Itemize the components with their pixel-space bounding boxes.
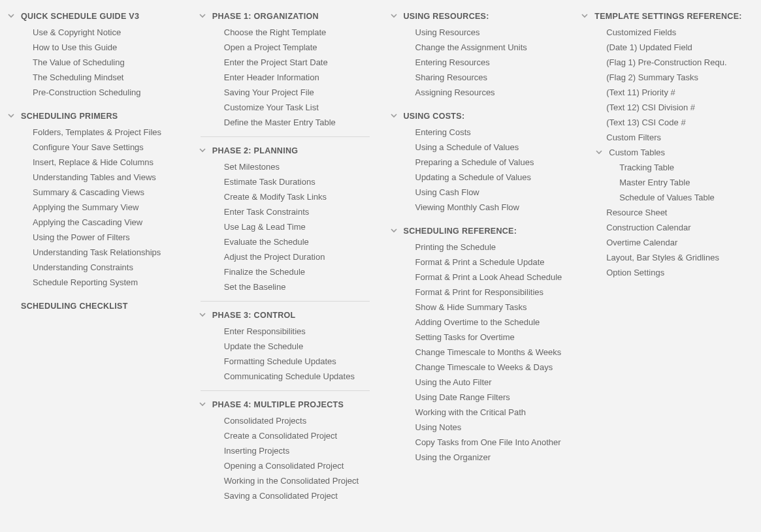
section-header[interactable]: PHASE 1: ORGANIZATION <box>195 8 375 25</box>
section-header[interactable]: SCHEDULING PRIMERS <box>4 108 184 125</box>
list-item[interactable]: Format & Print a Schedule Update <box>387 255 566 270</box>
list-item[interactable]: Overtime Calendar <box>577 235 757 250</box>
list-subitem[interactable]: Schedule of Values Table <box>577 190 757 205</box>
list-item[interactable]: Set the Baseline <box>195 279 375 294</box>
list-item[interactable]: Copy Tasks from One File Into Another <box>387 435 566 450</box>
list-item[interactable]: Change the Assignment Units <box>387 40 566 55</box>
list-item[interactable]: Update the Schedule <box>195 339 375 354</box>
list-item[interactable]: Understanding Tables and Views <box>4 170 184 185</box>
list-item[interactable]: Use Lag & Lead Time <box>195 219 375 234</box>
list-subitem[interactable]: Master Entry Table <box>577 175 757 190</box>
list-item[interactable]: The Scheduling Mindset <box>4 70 184 85</box>
list-item[interactable]: Custom Tables <box>577 145 757 160</box>
list-item[interactable]: Set Milestones <box>195 159 375 174</box>
list-item[interactable]: Understanding Constraints <box>4 260 184 275</box>
section-header[interactable]: SCHEDULING CHECKLIST <box>4 298 184 315</box>
list-item[interactable]: Change Timescale to Months & Weeks <box>387 345 566 360</box>
list-item[interactable]: Using Cash Flow <box>387 185 566 200</box>
list-item[interactable]: Custom Filters <box>577 130 757 145</box>
section-header[interactable]: USING COSTS: <box>387 108 566 125</box>
list-item[interactable]: The Value of Scheduling <box>4 55 184 70</box>
list-item[interactable]: Entering Resources <box>387 55 566 70</box>
list-item[interactable]: Enter the Project Start Date <box>195 55 375 70</box>
list-item[interactable]: Configure Your Save Settings <box>4 140 184 155</box>
list-item[interactable]: Communicating Schedule Updates <box>195 369 375 384</box>
list-item[interactable]: Using Notes <box>387 420 566 435</box>
list-item[interactable]: Saving Your Project File <box>195 85 375 100</box>
list-item[interactable]: Using a Schedule of Values <box>387 140 566 155</box>
list-item[interactable]: Using Date Range Filters <box>387 390 566 405</box>
list-item[interactable]: Evaluate the Schedule <box>195 234 375 249</box>
list-item[interactable]: Viewing Monthly Cash Flow <box>387 200 566 215</box>
list-item[interactable]: Using the Auto Filter <box>387 375 566 390</box>
list-item[interactable]: Using the Organizer <box>387 450 566 465</box>
list-item[interactable]: Enter Task Constraints <box>195 204 375 219</box>
list-item[interactable]: Using the Power of Filters <box>4 230 184 245</box>
list-item[interactable]: Construction Calendar <box>577 220 757 235</box>
list-item[interactable]: Summary & Cascading Views <box>4 185 184 200</box>
list-item[interactable]: (Date 1) Updated Field <box>577 40 757 55</box>
list-item[interactable]: Enter Header Information <box>195 70 375 85</box>
list-item[interactable]: Adjust the Project Duration <box>195 249 375 264</box>
list-item[interactable]: (Text 11) Priority # <box>577 85 757 100</box>
list-item[interactable]: Insert, Replace & Hide Columns <box>4 155 184 170</box>
list-item[interactable]: Show & Hide Summary Tasks <box>387 300 566 315</box>
section-header[interactable]: PHASE 2: PLANNING <box>195 142 375 159</box>
list-item[interactable]: Printing the Schedule <box>387 240 566 255</box>
list-item[interactable]: Format & Print a Look Ahead Schedule <box>387 270 566 285</box>
list-item[interactable]: Schedule Reporting System <box>4 275 184 290</box>
list-item[interactable]: Sharing Resources <box>387 70 566 85</box>
list-item[interactable]: How to Use this Guide <box>4 40 184 55</box>
list-item[interactable]: Understanding Task Relationships <box>4 245 184 260</box>
list-item[interactable]: Define the Master Entry Table <box>195 115 375 130</box>
list-item[interactable]: Create a Consolidated Project <box>195 428 375 443</box>
list-item[interactable]: Enter Responsibilities <box>195 324 375 339</box>
list-item[interactable]: Format & Print for Responsibilities <box>387 285 566 300</box>
list-item[interactable]: (Text 13) CSI Code # <box>577 115 757 130</box>
list-item[interactable]: Saving a Consolidated Project <box>195 488 375 503</box>
list-item[interactable]: Working with the Critical Path <box>387 405 566 420</box>
list-item[interactable]: Assigning Resources <box>387 85 566 100</box>
section-header[interactable]: TEMPLATE SETTINGS REFERENCE: <box>577 8 757 25</box>
list-item[interactable]: (Text 12) CSI Division # <box>577 100 757 115</box>
list-item[interactable]: Formatting Schedule Updates <box>195 354 375 369</box>
list-item[interactable]: Opening a Consolidated Project <box>195 458 375 473</box>
list-item[interactable]: Adding Overtime to the Schedule <box>387 315 566 330</box>
list-item[interactable]: Preparing a Schedule of Values <box>387 155 566 170</box>
chevron-down-icon <box>198 147 207 155</box>
list-item-label: Sharing Resources <box>415 72 488 82</box>
list-item[interactable]: Customized Fields <box>577 25 757 40</box>
list-item[interactable]: Entering Costs <box>387 125 566 140</box>
list-item[interactable]: Setting Tasks for Overtime <box>387 330 566 345</box>
list-item[interactable]: Customize Your Task List <box>195 100 375 115</box>
list-item[interactable]: Open a Project Template <box>195 40 375 55</box>
list-item[interactable]: Layout, Bar Styles & Gridlines <box>577 250 757 265</box>
list-item[interactable]: Pre-Construction Scheduling <box>4 85 184 100</box>
list-item[interactable]: Choose the Right Template <box>195 25 375 40</box>
list-item[interactable]: Finalize the Schedule <box>195 264 375 279</box>
list-item[interactable]: Consolidated Projects <box>195 413 375 428</box>
list-item[interactable]: Applying the Cascading View <box>4 215 184 230</box>
list-subitem[interactable]: Tracking Table <box>577 160 757 175</box>
list-item[interactable]: Option Settings <box>577 265 757 280</box>
list-item[interactable]: Resource Sheet <box>577 205 757 220</box>
section-header[interactable]: PHASE 4: MULTIPLE PROJECTS <box>195 396 375 413</box>
list-item[interactable]: Inserting Projects <box>195 443 375 458</box>
list-item[interactable]: Change Timescale to Weeks & Days <box>387 360 566 375</box>
list-item[interactable]: Use & Copyright Notice <box>4 25 184 40</box>
list-item-label: Folders, Templates & Project Files <box>33 127 161 137</box>
section-header[interactable]: USING RESOURCES: <box>387 8 566 25</box>
chevron-down-icon <box>198 401 207 409</box>
list-item[interactable]: Applying the Summary View <box>4 200 184 215</box>
list-item[interactable]: Working in the Consolidated Project <box>195 473 375 488</box>
list-item[interactable]: Folders, Templates & Project Files <box>4 125 184 140</box>
section-header[interactable]: QUICK SCHEDULE GUIDE V3 <box>4 8 184 25</box>
section-header[interactable]: PHASE 3: CONTROL <box>195 307 375 324</box>
list-item[interactable]: Estimate Task Durations <box>195 174 375 189</box>
list-item[interactable]: (Flag 2) Summary Tasks <box>577 70 757 85</box>
section-header[interactable]: SCHEDULING REFERENCE: <box>387 223 566 240</box>
list-item[interactable]: Updating a Schedule of Values <box>387 170 566 185</box>
list-item[interactable]: Create & Modify Task Links <box>195 189 375 204</box>
list-item[interactable]: (Flag 1) Pre-Construction Requ. <box>577 55 757 70</box>
list-item[interactable]: Using Resources <box>387 25 566 40</box>
